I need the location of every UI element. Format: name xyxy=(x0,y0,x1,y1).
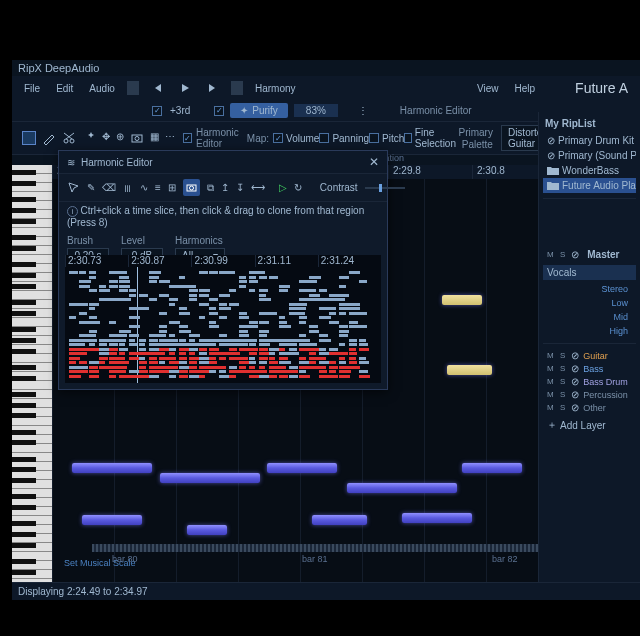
mute-solo[interactable]: M S xyxy=(547,390,567,399)
midi-note[interactable] xyxy=(82,515,142,525)
split-icon[interactable]: ⟷ xyxy=(251,182,265,193)
stereo-label[interactable]: Stereo xyxy=(543,282,632,296)
camera-tool-icon[interactable] xyxy=(130,131,144,145)
menu-file[interactable]: File xyxy=(18,81,46,96)
sliders-icon[interactable]: ⫼ xyxy=(123,182,133,193)
layer-row[interactable]: M S⊘Percussion xyxy=(543,388,636,401)
select-tool-icon[interactable] xyxy=(22,131,36,145)
target-tool-icon[interactable]: ⊕ xyxy=(116,131,124,145)
timeline-tick[interactable]: 2:29.8 xyxy=(388,165,472,179)
piano-roll[interactable] xyxy=(12,165,52,582)
add-layer[interactable]: ＋Add Layer xyxy=(543,416,636,434)
camera-icon[interactable] xyxy=(183,179,200,196)
mute-solo[interactable]: M S xyxy=(547,351,567,360)
menu-harmony[interactable]: Harmony xyxy=(249,81,302,96)
layer-row[interactable]: M S⊘Bass xyxy=(543,362,636,375)
close-icon[interactable]: ✕ xyxy=(369,155,379,169)
folder-icon xyxy=(547,181,559,191)
high-label[interactable]: High xyxy=(543,324,632,338)
midi-note[interactable] xyxy=(442,295,482,305)
link-icon[interactable]: ⊘ xyxy=(571,350,579,361)
cursor-tool-icon[interactable] xyxy=(67,181,80,194)
cut-tool-icon[interactable] xyxy=(62,131,76,145)
harmonic-editor-label[interactable]: Harmonic Editor xyxy=(400,105,472,116)
fine-map[interactable]: Fine Selection xyxy=(404,127,458,149)
draw-tool-icon[interactable] xyxy=(42,131,56,145)
info-icon: i xyxy=(67,206,78,217)
vocals-layer[interactable]: Vocals xyxy=(543,265,636,280)
midi-note[interactable] xyxy=(312,515,367,525)
status-text: Displaying 2:24.49 to 2:34.97 xyxy=(18,586,148,597)
link-icon[interactable]: ⊘ xyxy=(571,389,579,400)
link-icon[interactable]: ⊘ xyxy=(571,363,579,374)
purify-button[interactable]: ✦ Purify xyxy=(230,103,288,118)
volume-map[interactable]: Volume xyxy=(273,133,319,144)
skip-back-icon[interactable] xyxy=(145,80,169,96)
down-icon[interactable]: ↧ xyxy=(236,182,244,193)
bar-label: bar 80 xyxy=(112,554,138,564)
up-icon[interactable]: ↥ xyxy=(221,182,229,193)
mute-solo[interactable]: M S xyxy=(547,377,567,386)
midi-note[interactable] xyxy=(347,483,457,493)
he-hint: i Ctrl+click a time slice, then click & … xyxy=(59,202,387,231)
mute-solo[interactable]: M S xyxy=(547,364,567,373)
menu-icon[interactable]: ⋮ xyxy=(358,105,368,116)
riplist-item[interactable]: Future Audio Platform xyxy=(543,178,636,193)
move-tool-icon[interactable]: ✥ xyxy=(102,131,110,145)
midi-note[interactable] xyxy=(267,463,337,473)
grid-tool-icon[interactable]: ▦ xyxy=(150,131,159,145)
play-icon[interactable] xyxy=(173,80,197,96)
pitch-map[interactable]: Pitch xyxy=(369,133,404,144)
third-checkbox[interactable] xyxy=(152,106,162,116)
he-checkbox[interactable] xyxy=(183,133,192,143)
sidebar: My RipList ⊘Primary Drum Kit (Sound P⊘Pr… xyxy=(538,112,640,582)
menu-help[interactable]: Help xyxy=(509,81,542,96)
panning-map[interactable]: Panning xyxy=(319,133,369,144)
purify-percent[interactable]: 83% xyxy=(294,104,338,117)
mute-solo[interactable]: M S xyxy=(547,250,567,259)
menu-audio[interactable]: Audio xyxy=(83,81,121,96)
bar-label: bar 82 xyxy=(492,554,518,564)
midi-note[interactable] xyxy=(72,463,152,473)
riplist-item[interactable]: WonderBass xyxy=(543,163,636,178)
midi-note[interactable] xyxy=(402,513,472,523)
menu-view[interactable]: View xyxy=(471,81,505,96)
layer-row[interactable]: M S⊘Other xyxy=(543,401,636,414)
link-icon[interactable]: ⊘ xyxy=(571,249,579,260)
low-label[interactable]: Low xyxy=(543,296,632,310)
midi-note[interactable] xyxy=(187,525,227,535)
svg-rect-7 xyxy=(379,184,382,192)
he-spectrogram[interactable]: 2:30.732:30.872:30.992:31.112:31.24 xyxy=(65,255,381,383)
purify-checkbox[interactable] xyxy=(214,106,224,116)
list-icon[interactable]: ≡ xyxy=(155,182,161,193)
mid-label[interactable]: Mid xyxy=(543,310,632,324)
link-icon[interactable]: ⊘ xyxy=(571,402,579,413)
wand-tool-icon[interactable] xyxy=(82,131,96,145)
svg-point-0 xyxy=(64,139,68,143)
riplist-item[interactable]: ⊘Primary Drum Kit (Sound P xyxy=(543,133,636,148)
midi-note[interactable] xyxy=(447,365,492,375)
bar-label: bar 81 xyxy=(302,554,328,564)
menu-edit[interactable]: Edit xyxy=(50,81,79,96)
play-icon[interactable]: ▷ xyxy=(279,182,287,193)
grid-icon[interactable]: ⊞ xyxy=(168,182,176,193)
erase-tool-icon[interactable]: ⌫ xyxy=(102,182,116,193)
riplist-item[interactable]: ⊘Primary (Sound Palette xyxy=(543,148,636,163)
loop-icon[interactable]: ↻ xyxy=(294,182,302,193)
wave-icon[interactable]: ∿ xyxy=(140,182,148,193)
purify-label: Purify xyxy=(252,105,278,116)
midi-note[interactable] xyxy=(160,473,260,483)
crop-icon[interactable]: ⧉ xyxy=(207,182,214,194)
he-header[interactable]: ≋ Harmonic Editor ✕ xyxy=(59,151,387,174)
svg-point-3 xyxy=(135,137,139,141)
link-icon[interactable]: ⊘ xyxy=(571,376,579,387)
layer-row[interactable]: M S⊘Guitar xyxy=(543,349,636,362)
layer-row[interactable]: M S⊘Bass Drum xyxy=(543,375,636,388)
contrast-slider[interactable] xyxy=(365,184,405,192)
draw-tool-icon[interactable]: ✎ xyxy=(87,182,95,193)
primary-label: Primary xyxy=(458,127,492,138)
skip-fwd-icon[interactable] xyxy=(201,80,225,96)
midi-note[interactable] xyxy=(462,463,522,473)
mute-solo[interactable]: M S xyxy=(547,403,567,412)
more-tools-icon[interactable]: ⋯ xyxy=(165,131,175,145)
